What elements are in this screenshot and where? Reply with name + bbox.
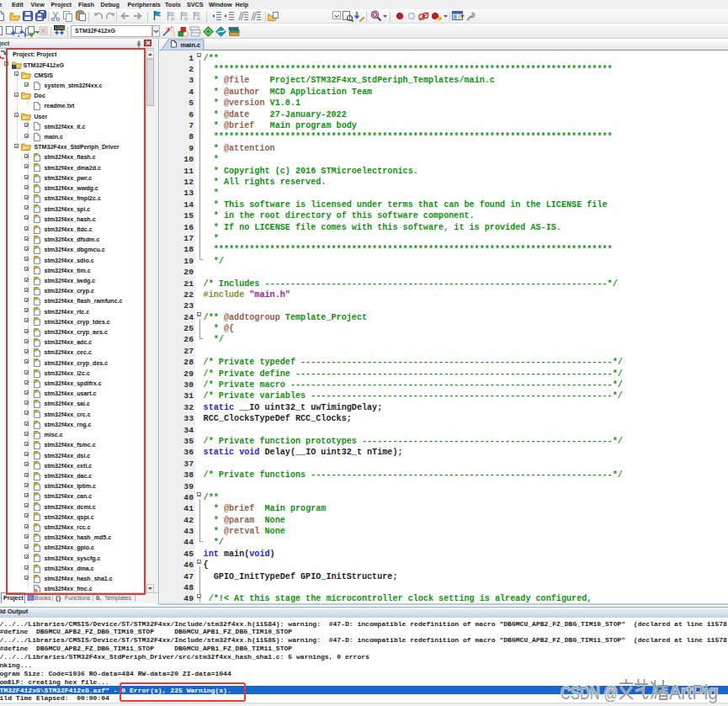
svg-text:LOAD: LOAD <box>55 26 66 30</box>
